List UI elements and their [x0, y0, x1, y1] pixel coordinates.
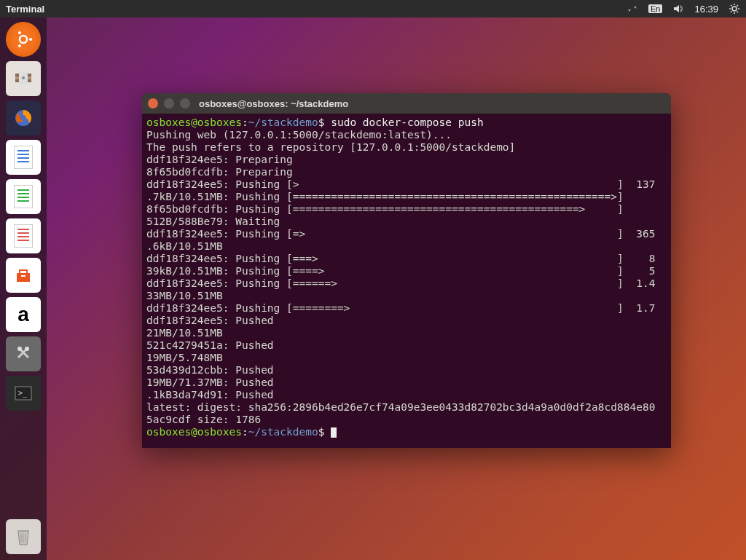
calc-icon[interactable]: [6, 179, 41, 214]
network-icon[interactable]: [627, 3, 638, 15]
svg-rect-17: [17, 530, 29, 532]
dash-icon[interactable]: [6, 22, 41, 57]
files-icon[interactable]: [6, 61, 41, 96]
svg-point-4: [18, 44, 21, 47]
window-maximize-button[interactable]: [180, 98, 190, 109]
trash-icon[interactable]: [6, 519, 41, 554]
terminal-output[interactable]: osboxes@osboxes:~/stackdemo$ sudo docker…: [142, 114, 671, 448]
volume-icon[interactable]: [672, 3, 684, 15]
unity-launcher: a >_: [0, 17, 47, 560]
window-close-button[interactable]: [148, 98, 158, 109]
svg-rect-12: [21, 275, 25, 277]
top-menu-bar: Terminal En 16:39: [0, 0, 746, 17]
firefox-icon[interactable]: [6, 100, 41, 135]
keyboard-lang-indicator[interactable]: En: [648, 4, 662, 13]
prompt-user-2: osboxes@osboxes: [146, 426, 242, 438]
software-center-icon[interactable]: [6, 258, 41, 293]
command-text: sudo docker-compose push: [331, 117, 484, 128]
window-minimize-button[interactable]: [164, 98, 174, 109]
prompt-user: osboxes@osboxes: [146, 117, 242, 128]
svg-point-14: [25, 347, 29, 351]
svg-point-13: [17, 347, 22, 351]
svg-rect-11: [17, 273, 30, 282]
active-app-title: Terminal: [6, 4, 44, 15]
terminal-title-text: osboxes@osboxes: ~/stackdemo: [199, 98, 348, 109]
svg-point-0: [732, 7, 737, 11]
terminal-titlebar[interactable]: osboxes@osboxes: ~/stackdemo: [142, 93, 671, 114]
svg-point-3: [18, 31, 21, 34]
terminal-lines: Pushing web (127.0.0.1:5000/stackdemo:la…: [146, 129, 655, 425]
svg-point-1: [20, 36, 27, 43]
writer-icon[interactable]: [6, 140, 41, 175]
system-gear-icon[interactable]: [729, 3, 740, 15]
settings-icon[interactable]: [6, 336, 41, 371]
svg-point-9: [22, 76, 25, 79]
svg-text:>_: >_: [18, 389, 28, 398]
terminal-window[interactable]: osboxes@osboxes: ~/stackdemo osboxes@osb…: [142, 93, 671, 448]
svg-point-2: [29, 38, 32, 41]
cursor: [331, 427, 337, 438]
amazon-icon[interactable]: a: [6, 297, 41, 332]
prompt-path: ~/stackdemo: [248, 117, 318, 128]
clock[interactable]: 16:39: [694, 4, 718, 15]
terminal-launcher-icon[interactable]: >_: [6, 376, 41, 411]
impress-icon[interactable]: [6, 218, 41, 253]
